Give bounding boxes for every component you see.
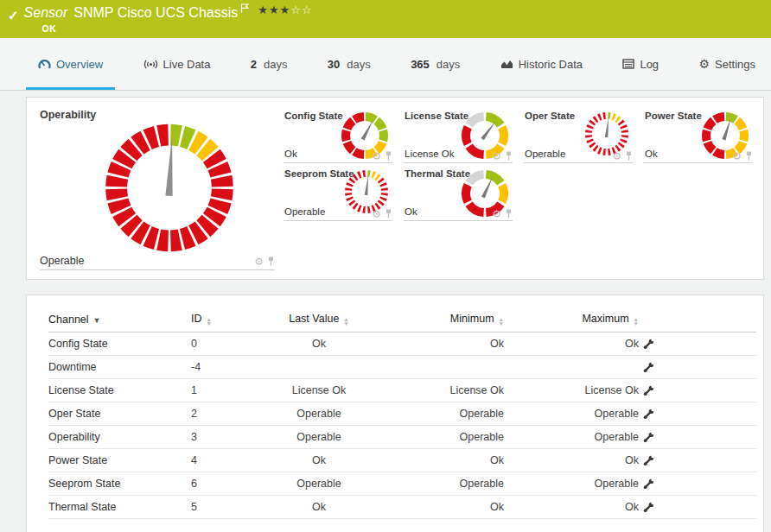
star-empty-icon[interactable]: ☆	[302, 3, 313, 16]
cell-maximum: Ok	[507, 454, 642, 466]
tab-log[interactable]: Log	[610, 38, 671, 90]
gauge-gear-icon[interactable]: ⚙	[372, 152, 381, 161]
table-row[interactable]: Operability 3 Operable Operable Operable	[48, 426, 756, 449]
gauge-gear-icon[interactable]: ⚙	[732, 152, 742, 161]
table-row[interactable]: Config State 0 Ok Ok Ok	[48, 332, 756, 356]
table-row[interactable]: Thermal State 5 Ok Ok Ok	[48, 496, 756, 519]
operability-gauge[interactable]	[97, 121, 242, 255]
cell-channel: License State	[48, 384, 191, 396]
gauge-value: Operable	[40, 255, 84, 267]
pin-icon[interactable]	[625, 151, 633, 162]
tab-bar: Overview Live Data 2 days 30 days 365 da…	[0, 38, 771, 91]
gear-icon: ⚙	[698, 58, 710, 70]
cell-maximum: Operable	[507, 408, 642, 420]
cell-last-value: License Ok	[269, 384, 373, 396]
gauge-gear-icon[interactable]: ⚙	[492, 152, 501, 161]
cell-channel: Downtime	[48, 361, 191, 373]
tab-label: Live Data	[163, 58, 211, 71]
column-header-last-value[interactable]: Last Value▲▼	[269, 313, 373, 326]
column-header-minimum[interactable]: Minimum▲▼	[373, 313, 507, 326]
channel-settings-wrench-icon[interactable]	[642, 384, 655, 397]
gauge-cell-seeprom-state: Seeprom State Operable ⚙	[284, 167, 392, 221]
channel-settings-wrench-icon[interactable]	[642, 338, 655, 351]
page-title: SNMP Cisco UCS Chassis	[73, 5, 238, 21]
log-icon	[622, 59, 634, 69]
area-chart-icon	[500, 59, 513, 69]
cell-maximum: Operable	[507, 431, 642, 443]
priority-stars[interactable]: ★★★☆☆	[258, 4, 312, 16]
tab-label: Overview	[56, 58, 103, 71]
cell-channel: Seeprom State	[48, 478, 191, 490]
gauge-cell-power-state: Power State Ok ⚙	[644, 109, 753, 163]
star-filled-icon[interactable]: ★	[269, 3, 280, 16]
ok-check-icon: ✓	[8, 8, 19, 23]
column-header-channel[interactable]: Channel▼	[48, 314, 191, 326]
pin-icon[interactable]	[505, 151, 513, 162]
cell-id: 1	[191, 384, 269, 396]
table-row[interactable]: Oper State 2 Operable Operable Operable	[48, 402, 756, 426]
channel-settings-wrench-icon[interactable]	[642, 431, 655, 444]
cell-maximum: License Ok	[507, 384, 642, 396]
pin-icon[interactable]	[267, 256, 275, 267]
cell-minimum: Ok	[373, 501, 507, 513]
table-row[interactable]: Power State 4 Ok Ok Ok	[48, 449, 756, 472]
gauge-gear-icon[interactable]: ⚙	[372, 210, 381, 218]
gauge-gear-icon[interactable]: ⚙	[254, 257, 264, 266]
live-data-icon	[143, 59, 158, 70]
gauge-cell-oper-state: Oper State Operable ⚙	[524, 109, 633, 163]
column-header-id[interactable]: ID▲▼	[191, 313, 269, 326]
gauge-gear-icon[interactable]: ⚙	[492, 210, 501, 218]
cell-channel: Thermal State	[48, 501, 191, 513]
tab-overview[interactable]: Overview	[26, 38, 115, 90]
cell-maximum: Ok	[507, 338, 642, 350]
cell-channel: Operability	[48, 431, 191, 443]
cell-minimum: Ok	[373, 338, 507, 350]
tab-2-days[interactable]: 2 days	[239, 38, 300, 90]
gauge-label: Operability	[40, 109, 275, 121]
pin-icon[interactable]	[385, 151, 392, 162]
cell-last-value: Ok	[269, 501, 373, 513]
star-filled-icon[interactable]: ★	[280, 3, 291, 16]
gauge-gear-icon[interactable]: ⚙	[612, 152, 621, 161]
column-header-maximum[interactable]: Maximum▲▼	[507, 313, 642, 326]
sensor-type-label: Sensor	[24, 5, 68, 21]
channel-settings-wrench-icon[interactable]	[642, 454, 655, 467]
channel-settings-wrench-icon[interactable]	[642, 501, 655, 514]
gauge-value: Ok	[645, 149, 658, 159]
table-row[interactable]: Seeprom State 6 Operable Operable Operab…	[48, 472, 756, 496]
gauge-value: Ok	[284, 149, 297, 159]
tab-live-data[interactable]: Live Data	[131, 38, 223, 90]
channel-settings-wrench-icon[interactable]	[642, 408, 655, 421]
cell-last-value: Operable	[269, 478, 373, 490]
cell-minimum: Operable	[373, 408, 507, 420]
star-filled-icon[interactable]: ★	[258, 3, 269, 16]
cell-id: 2	[191, 408, 269, 420]
tab-label: Settings	[715, 58, 755, 71]
gauge-value: Ok	[405, 206, 417, 217]
cell-id: -4	[191, 361, 269, 373]
cell-id: 6	[191, 478, 269, 490]
channels-panel: Channel▼ ID▲▼ Last Value▲▼ Minimum▲▼ Max…	[26, 294, 764, 532]
tab-settings[interactable]: ⚙ Settings	[686, 38, 768, 90]
table-row[interactable]: License State 1 License Ok License Ok Li…	[48, 379, 756, 402]
small-gauges-grid: Config State Ok ⚙ License State License …	[284, 109, 753, 270]
cell-id: 5	[191, 501, 269, 513]
gauge-cell-operability: Operability Operable ⚙	[40, 109, 275, 270]
star-empty-icon[interactable]: ☆	[290, 3, 302, 16]
tab-30-days[interactable]: 30 days	[315, 38, 383, 90]
pin-icon[interactable]	[505, 209, 513, 219]
pin-icon[interactable]	[385, 209, 392, 219]
tab-365-days[interactable]: 365 days	[398, 38, 472, 90]
cell-id: 0	[191, 338, 269, 350]
table-header: Channel▼ ID▲▼ Last Value▲▼ Minimum▲▼ Max…	[48, 307, 756, 332]
gauge-cell-license-state: License State License Ok ⚙	[404, 109, 513, 163]
sort-desc-icon: ▼	[93, 316, 101, 325]
tab-label: Historic Data	[519, 58, 583, 71]
tab-historic-data[interactable]: Historic Data	[488, 38, 595, 90]
channel-settings-wrench-icon[interactable]	[642, 361, 655, 374]
channel-settings-wrench-icon[interactable]	[642, 478, 655, 491]
status-badge: OK	[42, 23, 313, 34]
pin-icon[interactable]	[745, 151, 753, 162]
cell-last-value: Ok	[269, 338, 373, 350]
table-row[interactable]: Downtime -4	[48, 356, 756, 379]
